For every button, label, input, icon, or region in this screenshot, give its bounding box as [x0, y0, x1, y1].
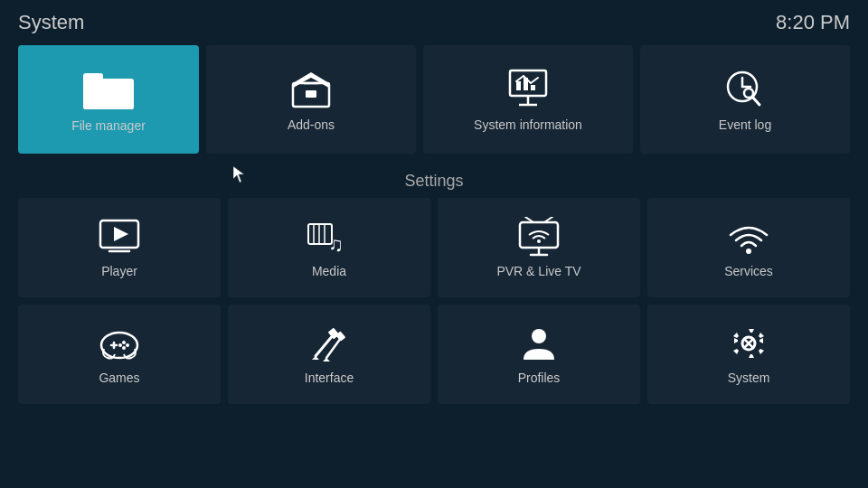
- svg-point-38: [118, 343, 122, 347]
- tile-games[interactable]: Games: [18, 305, 221, 404]
- tile-media[interactable]: ♫ Media: [228, 198, 430, 297]
- tile-system[interactable]: System: [647, 305, 850, 404]
- tile-label-profiles: Profiles: [518, 371, 561, 385]
- settings-row-1: Player ♫ Media: [18, 198, 850, 297]
- svg-point-35: [122, 341, 126, 344]
- svg-marker-43: [323, 358, 330, 361]
- tile-interface[interactable]: Interface: [228, 305, 430, 404]
- top-row: File manager Add-ons Sy: [0, 45, 868, 163]
- system-icon: [726, 324, 771, 363]
- top-bar: System 8:20 PM: [0, 0, 868, 45]
- tile-system-information[interactable]: System information: [423, 45, 633, 154]
- clock: 8:20 PM: [776, 11, 850, 34]
- tile-label-system: System: [728, 371, 770, 385]
- tile-label-pvr-live-tv: PVR & Live TV: [496, 264, 580, 278]
- svg-rect-11: [531, 85, 535, 90]
- services-icon: [726, 217, 771, 257]
- tile-file-manager[interactable]: File manager: [18, 45, 199, 154]
- system-info-icon: [505, 67, 552, 110]
- svg-point-45: [532, 329, 546, 343]
- settings-row-2: Games Interface Profiles: [18, 305, 850, 404]
- pvr-icon: [516, 217, 561, 257]
- svg-point-36: [126, 343, 129, 347]
- svg-marker-40: [312, 356, 319, 360]
- games-icon: [97, 324, 142, 363]
- tile-label-event-log: Event log: [719, 117, 771, 132]
- svg-marker-18: [114, 227, 128, 241]
- tile-label-services: Services: [724, 264, 773, 278]
- svg-point-37: [122, 346, 126, 350]
- svg-rect-1: [83, 82, 134, 109]
- tile-label-media: Media: [312, 264, 346, 278]
- settings-grid: Player ♫ Media: [0, 198, 868, 404]
- svg-rect-5: [306, 90, 316, 98]
- svg-point-31: [746, 249, 751, 254]
- tile-label-interface: Interface: [305, 371, 354, 385]
- app-title: System: [18, 11, 84, 34]
- svg-rect-9: [516, 81, 521, 90]
- settings-heading: Settings: [0, 163, 868, 198]
- player-icon: [97, 217, 142, 257]
- tile-label-system-information: System information: [474, 117, 582, 132]
- tile-label-add-ons: Add-ons: [288, 117, 335, 132]
- svg-point-16: [744, 89, 753, 98]
- tile-services[interactable]: Services: [647, 198, 850, 297]
- tile-profiles[interactable]: Profiles: [438, 305, 640, 404]
- tile-player[interactable]: Player: [18, 198, 221, 297]
- profiles-icon: [516, 324, 561, 363]
- svg-point-30: [537, 239, 541, 243]
- event-log-icon: [722, 67, 769, 110]
- tile-label-file-manager: File manager: [71, 118, 146, 133]
- tile-add-ons[interactable]: Add-ons: [206, 45, 416, 154]
- tile-label-player: Player: [101, 264, 137, 278]
- addons-icon: [288, 67, 335, 110]
- media-icon: ♫: [307, 217, 352, 257]
- svg-line-15: [752, 97, 760, 105]
- folder-icon: [81, 66, 136, 111]
- svg-rect-2: [83, 73, 103, 82]
- tile-pvr-live-tv[interactable]: PVR & Live TV: [438, 198, 640, 297]
- tile-label-games: Games: [99, 371, 139, 385]
- interface-icon: [307, 324, 352, 363]
- svg-text:♫: ♫: [328, 233, 344, 256]
- tile-event-log[interactable]: Event log: [640, 45, 850, 154]
